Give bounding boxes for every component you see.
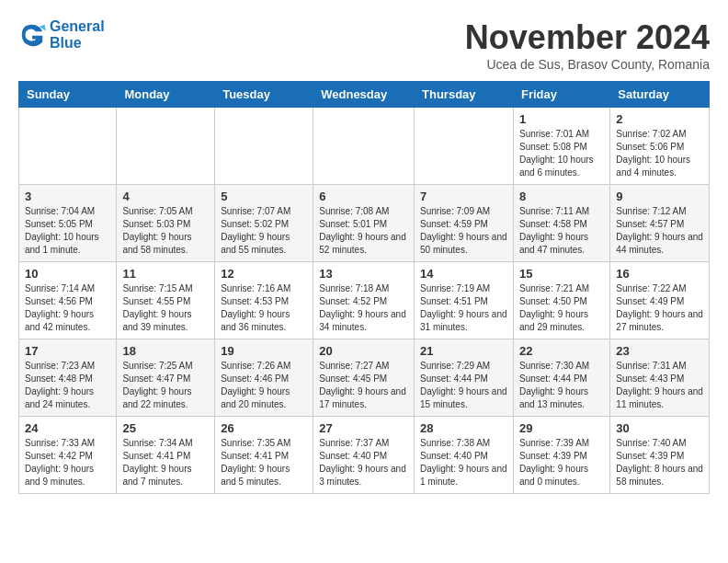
day-number: 16 bbox=[616, 267, 703, 281]
calendar-day: 18Sunrise: 7:25 AM Sunset: 4:47 PM Dayli… bbox=[117, 339, 215, 417]
day-number: 13 bbox=[319, 267, 408, 281]
day-info: Sunrise: 7:01 AM Sunset: 5:08 PM Dayligh… bbox=[519, 128, 604, 179]
day-number: 2 bbox=[616, 112, 703, 126]
day-number: 7 bbox=[420, 190, 507, 203]
empty-day bbox=[215, 108, 313, 185]
day-info: Sunrise: 7:18 AM Sunset: 4:52 PM Dayligh… bbox=[319, 282, 408, 334]
month-title: November 2024 bbox=[465, 18, 710, 57]
day-number: 20 bbox=[319, 344, 408, 358]
calendar-day: 14Sunrise: 7:19 AM Sunset: 4:51 PM Dayli… bbox=[415, 262, 514, 339]
day-info: Sunrise: 7:11 AM Sunset: 4:58 PM Dayligh… bbox=[519, 205, 604, 257]
day-info: Sunrise: 7:40 AM Sunset: 4:39 PM Dayligh… bbox=[616, 437, 703, 488]
day-number: 15 bbox=[519, 267, 604, 281]
day-info: Sunrise: 7:25 AM Sunset: 4:47 PM Dayligh… bbox=[122, 360, 209, 411]
day-info: Sunrise: 7:04 AM Sunset: 5:05 PM Dayligh… bbox=[25, 205, 110, 257]
calendar-day: 21Sunrise: 7:29 AM Sunset: 4:44 PM Dayli… bbox=[415, 339, 514, 417]
day-info: Sunrise: 7:07 AM Sunset: 5:02 PM Dayligh… bbox=[221, 205, 307, 257]
calendar-day: 3Sunrise: 7:04 AM Sunset: 5:05 PM Daylig… bbox=[19, 185, 117, 262]
day-info: Sunrise: 7:37 AM Sunset: 4:40 PM Dayligh… bbox=[319, 437, 408, 488]
day-info: Sunrise: 7:22 AM Sunset: 4:49 PM Dayligh… bbox=[616, 282, 703, 334]
day-info: Sunrise: 7:16 AM Sunset: 4:53 PM Dayligh… bbox=[221, 282, 307, 334]
calendar-day: 23Sunrise: 7:31 AM Sunset: 4:43 PM Dayli… bbox=[610, 339, 710, 417]
day-info: Sunrise: 7:35 AM Sunset: 4:41 PM Dayligh… bbox=[221, 437, 307, 488]
day-info: Sunrise: 7:09 AM Sunset: 4:59 PM Dayligh… bbox=[420, 205, 507, 257]
calendar-day: 12Sunrise: 7:16 AM Sunset: 4:53 PM Dayli… bbox=[215, 262, 313, 339]
logo-icon bbox=[18, 21, 46, 49]
day-number: 12 bbox=[221, 267, 307, 281]
calendar-day: 15Sunrise: 7:21 AM Sunset: 4:50 PM Dayli… bbox=[513, 262, 609, 339]
calendar-day: 4Sunrise: 7:05 AM Sunset: 5:03 PM Daylig… bbox=[117, 185, 215, 262]
day-info: Sunrise: 7:21 AM Sunset: 4:50 PM Dayligh… bbox=[519, 282, 604, 334]
day-info: Sunrise: 7:29 AM Sunset: 4:44 PM Dayligh… bbox=[420, 360, 507, 411]
day-number: 3 bbox=[25, 190, 110, 203]
calendar-day: 27Sunrise: 7:37 AM Sunset: 4:40 PM Dayli… bbox=[313, 417, 415, 494]
title-section: November 2024 Ucea de Sus, Brasov County… bbox=[465, 18, 710, 72]
calendar: SundayMondayTuesdayWednesdayThursdayFrid… bbox=[18, 81, 710, 494]
calendar-day: 8Sunrise: 7:11 AM Sunset: 4:58 PM Daylig… bbox=[513, 185, 609, 262]
day-number: 1 bbox=[519, 112, 604, 126]
day-number: 4 bbox=[122, 190, 209, 203]
calendar-day: 9Sunrise: 7:12 AM Sunset: 4:57 PM Daylig… bbox=[610, 185, 710, 262]
weekday-header: Monday bbox=[117, 82, 215, 108]
calendar-day: 28Sunrise: 7:38 AM Sunset: 4:40 PM Dayli… bbox=[415, 417, 514, 494]
day-info: Sunrise: 7:26 AM Sunset: 4:46 PM Dayligh… bbox=[221, 360, 307, 411]
calendar-day: 6Sunrise: 7:08 AM Sunset: 5:01 PM Daylig… bbox=[313, 185, 415, 262]
day-number: 23 bbox=[616, 344, 703, 358]
day-number: 26 bbox=[221, 421, 307, 435]
weekday-header: Saturday bbox=[610, 82, 710, 108]
calendar-day: 16Sunrise: 7:22 AM Sunset: 4:49 PM Dayli… bbox=[610, 262, 710, 339]
day-info: Sunrise: 7:39 AM Sunset: 4:39 PM Dayligh… bbox=[519, 437, 604, 488]
weekday-header: Friday bbox=[513, 82, 609, 108]
location: Ucea de Sus, Brasov County, Romania bbox=[465, 57, 710, 72]
empty-day bbox=[415, 108, 514, 185]
day-number: 14 bbox=[420, 267, 507, 281]
calendar-day: 7Sunrise: 7:09 AM Sunset: 4:59 PM Daylig… bbox=[415, 185, 514, 262]
weekday-header: Sunday bbox=[19, 82, 117, 108]
day-number: 11 bbox=[122, 267, 209, 281]
day-number: 22 bbox=[519, 344, 604, 358]
calendar-day: 29Sunrise: 7:39 AM Sunset: 4:39 PM Dayli… bbox=[513, 417, 609, 494]
day-number: 28 bbox=[420, 421, 507, 435]
day-number: 25 bbox=[122, 421, 209, 435]
calendar-day: 2Sunrise: 7:02 AM Sunset: 5:06 PM Daylig… bbox=[610, 108, 710, 185]
day-info: Sunrise: 7:31 AM Sunset: 4:43 PM Dayligh… bbox=[616, 360, 703, 411]
day-info: Sunrise: 7:12 AM Sunset: 4:57 PM Dayligh… bbox=[616, 205, 703, 257]
calendar-day: 13Sunrise: 7:18 AM Sunset: 4:52 PM Dayli… bbox=[313, 262, 415, 339]
day-info: Sunrise: 7:23 AM Sunset: 4:48 PM Dayligh… bbox=[25, 360, 110, 411]
day-info: Sunrise: 7:27 AM Sunset: 4:45 PM Dayligh… bbox=[319, 360, 408, 411]
calendar-day: 10Sunrise: 7:14 AM Sunset: 4:56 PM Dayli… bbox=[19, 262, 117, 339]
calendar-day: 1Sunrise: 7:01 AM Sunset: 5:08 PM Daylig… bbox=[513, 108, 609, 185]
calendar-day: 30Sunrise: 7:40 AM Sunset: 4:39 PM Dayli… bbox=[610, 417, 710, 494]
day-info: Sunrise: 7:19 AM Sunset: 4:51 PM Dayligh… bbox=[420, 282, 507, 334]
empty-day bbox=[313, 108, 415, 185]
empty-day bbox=[19, 108, 117, 185]
day-number: 17 bbox=[25, 344, 110, 358]
day-info: Sunrise: 7:33 AM Sunset: 4:42 PM Dayligh… bbox=[25, 437, 110, 488]
calendar-day: 22Sunrise: 7:30 AM Sunset: 4:44 PM Dayli… bbox=[513, 339, 609, 417]
calendar-day: 19Sunrise: 7:26 AM Sunset: 4:46 PM Dayli… bbox=[215, 339, 313, 417]
day-number: 6 bbox=[319, 190, 408, 203]
calendar-day: 20Sunrise: 7:27 AM Sunset: 4:45 PM Dayli… bbox=[313, 339, 415, 417]
weekday-header: Wednesday bbox=[313, 82, 415, 108]
day-number: 18 bbox=[122, 344, 209, 358]
day-info: Sunrise: 7:34 AM Sunset: 4:41 PM Dayligh… bbox=[122, 437, 209, 488]
day-info: Sunrise: 7:05 AM Sunset: 5:03 PM Dayligh… bbox=[122, 205, 209, 257]
day-number: 29 bbox=[519, 421, 604, 435]
calendar-day: 24Sunrise: 7:33 AM Sunset: 4:42 PM Dayli… bbox=[19, 417, 117, 494]
weekday-header: Thursday bbox=[415, 82, 514, 108]
calendar-day: 26Sunrise: 7:35 AM Sunset: 4:41 PM Dayli… bbox=[215, 417, 313, 494]
calendar-day: 11Sunrise: 7:15 AM Sunset: 4:55 PM Dayli… bbox=[117, 262, 215, 339]
day-number: 21 bbox=[420, 344, 507, 358]
day-info: Sunrise: 7:30 AM Sunset: 4:44 PM Dayligh… bbox=[519, 360, 604, 411]
day-number: 27 bbox=[319, 421, 408, 435]
empty-day bbox=[117, 108, 215, 185]
header: General Blue November 2024 Ucea de Sus, … bbox=[18, 18, 710, 72]
day-info: Sunrise: 7:02 AM Sunset: 5:06 PM Dayligh… bbox=[616, 128, 703, 179]
calendar-day: 5Sunrise: 7:07 AM Sunset: 5:02 PM Daylig… bbox=[215, 185, 313, 262]
day-number: 19 bbox=[221, 344, 307, 358]
day-number: 5 bbox=[221, 190, 307, 203]
day-number: 24 bbox=[25, 421, 110, 435]
day-number: 30 bbox=[616, 421, 703, 435]
day-number: 8 bbox=[519, 190, 604, 203]
day-number: 10 bbox=[25, 267, 110, 281]
